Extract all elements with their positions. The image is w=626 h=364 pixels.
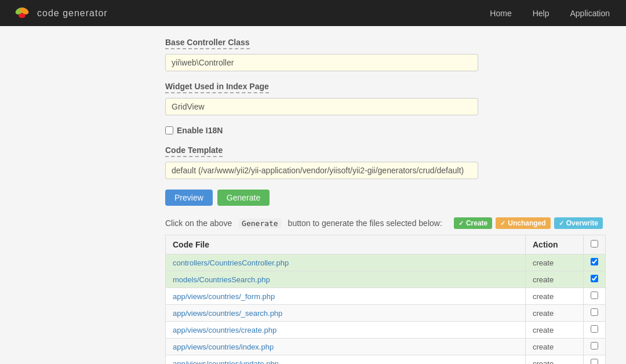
- yii-logo: [12, 3, 32, 24]
- badge-create: ✓ Create: [454, 217, 492, 229]
- file-cell: app/views/countries/update.php: [166, 355, 526, 365]
- brand-link[interactable]: code generator: [12, 3, 108, 24]
- i18n-label[interactable]: Enable I18N: [165, 126, 603, 135]
- file-table: Code File Action controllers/CountriesCo…: [165, 235, 606, 364]
- file-cell: app/views/countries/create.php: [166, 322, 526, 338]
- check-cell: [584, 271, 606, 288]
- file-table-body: controllers/CountriesController.phpcreat…: [166, 254, 606, 365]
- nav-links: Home Help Application: [485, 6, 614, 20]
- table-header-row: Code File Action: [166, 235, 606, 254]
- nav-help[interactable]: Help: [528, 6, 554, 20]
- info-code: Generate: [239, 219, 281, 228]
- create-icon: ✓: [458, 220, 464, 227]
- generate-button[interactable]: Generate: [217, 190, 270, 206]
- file-link[interactable]: app/views/countries/create.php: [173, 326, 276, 334]
- widget-label: Widget Used in Index Page: [165, 82, 269, 93]
- col-header-check: [584, 235, 606, 254]
- table-row: app/views/countries/_search.phpcreate: [166, 305, 606, 322]
- table-row: app/views/countries/index.phpcreate: [166, 338, 606, 355]
- action-cell: create: [526, 305, 584, 322]
- info-text-after: button to generate the files selected be…: [288, 219, 442, 228]
- action-cell: create: [526, 322, 584, 338]
- badge-unchanged: ✓ Unchanged: [496, 217, 550, 229]
- code-template-group: Code Template: [165, 145, 603, 179]
- file-link[interactable]: app/views/countries/update.php: [173, 359, 279, 365]
- nav-application[interactable]: Application: [566, 6, 615, 20]
- i18n-checkbox[interactable]: [165, 126, 173, 134]
- main-content: Base Controller Class Widget Used in Ind…: [0, 26, 626, 364]
- base-controller-input[interactable]: [165, 54, 478, 71]
- action-cell: create: [526, 355, 584, 365]
- action-cell: create: [526, 288, 584, 305]
- action-cell: create: [526, 254, 584, 271]
- check-cell: [584, 305, 606, 322]
- table-row: app/views/countries/update.phpcreate: [166, 355, 606, 365]
- col-header-action: Action: [526, 235, 584, 254]
- row-checkbox[interactable]: [591, 359, 598, 364]
- col-header-file: Code File: [166, 235, 526, 254]
- code-template-label: Code Template: [165, 145, 223, 157]
- table-row: models/CountriesSearch.phpcreate: [166, 271, 606, 288]
- navbar: code generator Home Help Application: [0, 0, 626, 26]
- file-link[interactable]: app/views/countries/_form.php: [173, 292, 275, 301]
- base-controller-label: Base Controller Class: [165, 38, 250, 49]
- btn-row: Preview Generate: [165, 190, 603, 206]
- file-cell: app/views/countries/index.php: [166, 338, 526, 355]
- unchanged-icon: ✓: [500, 220, 505, 227]
- file-cell: models/CountriesSearch.php: [166, 271, 526, 288]
- file-cell: controllers/CountriesController.php: [166, 254, 526, 271]
- check-cell: [584, 338, 606, 355]
- action-cell: create: [526, 271, 584, 288]
- code-template-input[interactable]: [165, 162, 478, 179]
- row-checkbox[interactable]: [591, 258, 598, 265]
- generate-info: Click on the above Generate button to ge…: [165, 217, 603, 229]
- table-row: app/views/countries/_form.phpcreate: [166, 288, 606, 305]
- row-checkbox[interactable]: [591, 342, 598, 350]
- table-row: app/views/countries/create.phpcreate: [166, 322, 606, 338]
- widget-input[interactable]: [165, 98, 478, 115]
- check-cell: [584, 355, 606, 365]
- base-controller-group: Base Controller Class: [165, 38, 603, 71]
- check-cell: [584, 288, 606, 305]
- nav-home[interactable]: Home: [485, 6, 516, 20]
- svg-point-3: [19, 13, 26, 18]
- create-label: Create: [466, 219, 487, 227]
- unchanged-label: Unchanged: [508, 219, 545, 227]
- row-checkbox[interactable]: [591, 275, 598, 282]
- row-checkbox[interactable]: [591, 308, 598, 316]
- brand-title: code generator: [37, 8, 108, 19]
- file-link[interactable]: app/views/countries/index.php: [173, 343, 274, 351]
- legend-badges: ✓ Create ✓ Unchanged ✓ Overwrite: [454, 217, 603, 229]
- table-row: controllers/CountriesController.phpcreat…: [166, 254, 606, 271]
- overwrite-icon: ✓: [559, 220, 564, 227]
- overwrite-label: Overwrite: [566, 219, 598, 227]
- file-cell: app/views/countries/_search.php: [166, 305, 526, 322]
- file-link[interactable]: models/CountriesSearch.php: [173, 275, 270, 284]
- badge-overwrite: ✓ Overwrite: [554, 217, 603, 229]
- widget-group: Widget Used in Index Page: [165, 82, 603, 115]
- row-checkbox[interactable]: [591, 325, 598, 333]
- file-link[interactable]: controllers/CountriesController.php: [173, 259, 289, 267]
- check-cell: [584, 322, 606, 338]
- i18n-group: Enable I18N: [165, 126, 603, 135]
- select-all-checkbox[interactable]: [591, 240, 598, 247]
- i18n-text: Enable I18N: [177, 126, 223, 135]
- row-checkbox[interactable]: [591, 292, 598, 299]
- check-cell: [584, 254, 606, 271]
- file-cell: app/views/countries/_form.php: [166, 288, 526, 305]
- file-link[interactable]: app/views/countries/_search.php: [173, 309, 282, 318]
- action-cell: create: [526, 338, 584, 355]
- preview-button[interactable]: Preview: [165, 190, 213, 206]
- generate-info-text: Click on the above Generate button to ge…: [165, 219, 442, 228]
- info-text-before: Click on the above: [165, 219, 232, 228]
